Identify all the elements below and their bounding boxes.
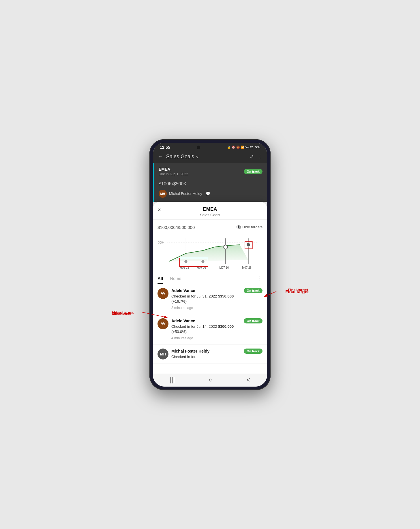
back-button[interactable]: ← (158, 154, 163, 160)
top-navigation: ← Sales Goals ∨ ⤢ ⋮ (153, 151, 267, 163)
alarm-icon: ⏰ (232, 146, 235, 149)
sheet-amount: $100,000/$500,000 (158, 224, 195, 230)
activity-name-3: Michal Foster Heldy (171, 349, 209, 353)
eye-slash-icon: 👁️‍🗨️ (236, 225, 241, 229)
svg-point-13 (246, 243, 250, 247)
sheet-subtitle: Sales Goals (158, 213, 262, 217)
bottom-sheet: × EMEA Sales Goals $100,000/$500,000 👁️‍… (153, 202, 267, 374)
tab-more-options[interactable]: ⋮ (257, 275, 262, 281)
sheet-header: × EMEA Sales Goals (153, 202, 267, 220)
activity-badge-2: On track (244, 318, 262, 323)
avatar-michal: MH (158, 349, 168, 359)
tab-notes[interactable]: Notes (170, 273, 181, 284)
activity-name-2: Adele Vance (171, 319, 195, 323)
bottom-navigation: ||| ○ < (153, 374, 267, 387)
svg-point-12 (224, 245, 228, 249)
chevron-down-icon[interactable]: ∨ (196, 155, 199, 159)
on-track-badge: On track (244, 169, 262, 174)
activity-desc-3: Checked in for... (171, 354, 262, 359)
activity-time-2: 4 minutes ago (171, 336, 262, 340)
activity-card-3: MH Michal Foster Heldy On track Checked … (153, 344, 267, 364)
chart-container: 300k (153, 233, 267, 273)
expand-icon[interactable]: ⤢ (250, 154, 254, 160)
tab-all[interactable]: All (158, 273, 163, 284)
more-options-icon[interactable]: ⋮ (257, 154, 262, 160)
activity-badge-3: On track (244, 349, 262, 354)
hide-targets-button[interactable]: 👁️‍🗨️ Hide targets (236, 225, 262, 229)
user-avatar-small: MH (159, 190, 167, 198)
activity-desc-1: Checked in for Jul 31, 2022 $350,000 (+1… (171, 294, 262, 304)
hide-targets-label: Hide targets (242, 225, 262, 229)
svg-point-11 (201, 260, 205, 263)
emea-title: EMEA (159, 167, 188, 172)
phone-screen: 12:55 🔒 ⏰ 🔕 📶 VoLTE 72% ← Sales Goals ∨ (153, 143, 267, 387)
phone-frame: 12:55 🔒 ⏰ 🔕 📶 VoLTE 72% ← Sales Goals ∨ (149, 139, 271, 390)
back-nav-button[interactable]: < (246, 376, 250, 384)
activity-time-1: 3 minutes ago (171, 306, 262, 310)
svg-text:M07 16: M07 16 (219, 266, 229, 269)
activity-card-1: AV Adele Vance On track Checked in for J… (153, 284, 267, 314)
sales-chart: 300k (158, 233, 262, 270)
emea-user: MH Michal Foster Heldy 💬 (159, 190, 262, 198)
battery-label: 72% (254, 146, 260, 149)
activity-card-2: AV Adele Vance On track Checked in for J… (153, 314, 267, 344)
home-button[interactable]: ○ (209, 376, 213, 384)
close-button[interactable]: × (158, 206, 161, 213)
mute-icon: 🔕 (236, 146, 240, 149)
nav-title: Sales Goals ∨ (166, 154, 246, 160)
emea-due-date: Due in Aug 1, 2022 (159, 172, 188, 176)
activity-desc-2: Checked in for Jul 14, 2022 $300,000 (+5… (171, 324, 262, 334)
nav-title-text: Sales Goals (166, 154, 194, 160)
amount-row: $100,000/$500,000 👁️‍🗨️ Hide targets (153, 220, 267, 233)
volte-label: VoLTE (245, 146, 253, 149)
avatar-adele-1: AV (158, 288, 168, 299)
camera-notch (197, 146, 200, 149)
milestones-label: Milestones (111, 310, 134, 315)
sheet-title: EMEA (158, 206, 262, 212)
emea-summary-card: EMEA Due in Aug 1, 2022 On track $100K/$… (153, 163, 267, 202)
emea-amount: $100K/$500K (159, 178, 262, 187)
svg-text:300k: 300k (158, 241, 164, 244)
status-time: 12:55 (160, 145, 170, 150)
user-name-small: Michal Foster Heldy (169, 191, 202, 196)
status-icons: 🔒 ⏰ 🔕 📶 VoLTE 72% (227, 146, 260, 149)
avatar-adele-2: AV (158, 318, 168, 329)
recent-apps-button[interactable]: ||| (170, 376, 175, 384)
activity-badge-1: On track (244, 288, 262, 293)
tab-bar: All Notes ⋮ (153, 273, 267, 284)
status-bar: 12:55 🔒 ⏰ 🔕 📶 VoLTE 72% (153, 143, 267, 151)
svg-point-10 (184, 260, 187, 263)
comment-icon[interactable]: 💬 (206, 191, 210, 196)
signal-icon: 📶 (241, 146, 244, 149)
lock-icon: 🔒 (227, 146, 230, 149)
activity-name-1: Adele Vance (171, 288, 195, 293)
final-target-label: Final target (285, 289, 309, 294)
svg-text:M07 28: M07 28 (242, 266, 252, 269)
